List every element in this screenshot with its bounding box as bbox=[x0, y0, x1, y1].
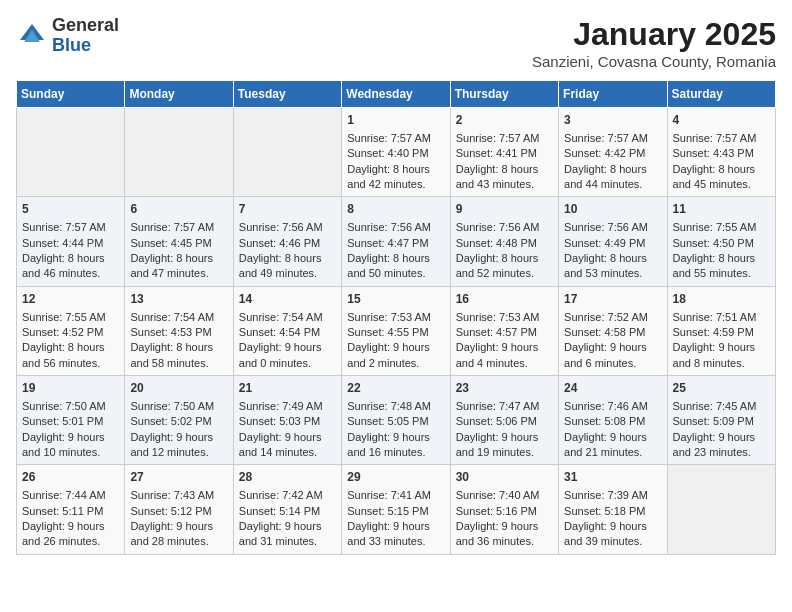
sunrise-text: Sunrise: 7:57 AM bbox=[456, 132, 540, 144]
sunset-text: Sunset: 4:58 PM bbox=[564, 326, 645, 338]
daylight-text: Daylight: 9 hours and 36 minutes. bbox=[456, 520, 539, 547]
calendar-week-1: 1Sunrise: 7:57 AMSunset: 4:40 PMDaylight… bbox=[17, 108, 776, 197]
calendar-cell: 12Sunrise: 7:55 AMSunset: 4:52 PMDayligh… bbox=[17, 286, 125, 375]
day-number: 11 bbox=[673, 201, 770, 218]
logo-blue: Blue bbox=[52, 36, 119, 56]
weekday-sunday: Sunday bbox=[17, 81, 125, 108]
day-number: 28 bbox=[239, 469, 336, 486]
day-number: 6 bbox=[130, 201, 227, 218]
sunrise-text: Sunrise: 7:56 AM bbox=[347, 221, 431, 233]
sunset-text: Sunset: 5:06 PM bbox=[456, 415, 537, 427]
daylight-text: Daylight: 9 hours and 6 minutes. bbox=[564, 341, 647, 368]
calendar-cell: 20Sunrise: 7:50 AMSunset: 5:02 PMDayligh… bbox=[125, 376, 233, 465]
daylight-text: Daylight: 9 hours and 28 minutes. bbox=[130, 520, 213, 547]
daylight-text: Daylight: 8 hours and 50 minutes. bbox=[347, 252, 430, 279]
sunset-text: Sunset: 4:43 PM bbox=[673, 147, 754, 159]
day-number: 9 bbox=[456, 201, 553, 218]
sunset-text: Sunset: 5:14 PM bbox=[239, 505, 320, 517]
daylight-text: Daylight: 9 hours and 19 minutes. bbox=[456, 431, 539, 458]
sunrise-text: Sunrise: 7:57 AM bbox=[673, 132, 757, 144]
sunrise-text: Sunrise: 7:43 AM bbox=[130, 489, 214, 501]
sunrise-text: Sunrise: 7:56 AM bbox=[564, 221, 648, 233]
daylight-text: Daylight: 9 hours and 0 minutes. bbox=[239, 341, 322, 368]
sunrise-text: Sunrise: 7:54 AM bbox=[130, 311, 214, 323]
weekday-tuesday: Tuesday bbox=[233, 81, 341, 108]
calendar-cell: 9Sunrise: 7:56 AMSunset: 4:48 PMDaylight… bbox=[450, 197, 558, 286]
calendar-cell bbox=[667, 465, 775, 554]
daylight-text: Daylight: 8 hours and 53 minutes. bbox=[564, 252, 647, 279]
daylight-text: Daylight: 8 hours and 56 minutes. bbox=[22, 341, 105, 368]
weekday-monday: Monday bbox=[125, 81, 233, 108]
sunrise-text: Sunrise: 7:40 AM bbox=[456, 489, 540, 501]
day-number: 19 bbox=[22, 380, 119, 397]
calendar-week-5: 26Sunrise: 7:44 AMSunset: 5:11 PMDayligh… bbox=[17, 465, 776, 554]
sunrise-text: Sunrise: 7:48 AM bbox=[347, 400, 431, 412]
daylight-text: Daylight: 9 hours and 16 minutes. bbox=[347, 431, 430, 458]
daylight-text: Daylight: 9 hours and 21 minutes. bbox=[564, 431, 647, 458]
sunrise-text: Sunrise: 7:44 AM bbox=[22, 489, 106, 501]
daylight-text: Daylight: 9 hours and 2 minutes. bbox=[347, 341, 430, 368]
sunset-text: Sunset: 5:18 PM bbox=[564, 505, 645, 517]
calendar-cell bbox=[233, 108, 341, 197]
daylight-text: Daylight: 8 hours and 47 minutes. bbox=[130, 252, 213, 279]
sunset-text: Sunset: 5:02 PM bbox=[130, 415, 211, 427]
day-number: 7 bbox=[239, 201, 336, 218]
sunset-text: Sunset: 5:01 PM bbox=[22, 415, 103, 427]
calendar-cell: 8Sunrise: 7:56 AMSunset: 4:47 PMDaylight… bbox=[342, 197, 450, 286]
calendar-cell: 11Sunrise: 7:55 AMSunset: 4:50 PMDayligh… bbox=[667, 197, 775, 286]
calendar-cell: 26Sunrise: 7:44 AMSunset: 5:11 PMDayligh… bbox=[17, 465, 125, 554]
day-number: 23 bbox=[456, 380, 553, 397]
day-number: 12 bbox=[22, 291, 119, 308]
calendar-table: SundayMondayTuesdayWednesdayThursdayFrid… bbox=[16, 80, 776, 555]
day-number: 5 bbox=[22, 201, 119, 218]
sunset-text: Sunset: 4:44 PM bbox=[22, 237, 103, 249]
day-number: 22 bbox=[347, 380, 444, 397]
sunset-text: Sunset: 5:09 PM bbox=[673, 415, 754, 427]
sunrise-text: Sunrise: 7:57 AM bbox=[130, 221, 214, 233]
sunset-text: Sunset: 4:49 PM bbox=[564, 237, 645, 249]
calendar-cell: 27Sunrise: 7:43 AMSunset: 5:12 PMDayligh… bbox=[125, 465, 233, 554]
calendar-cell: 14Sunrise: 7:54 AMSunset: 4:54 PMDayligh… bbox=[233, 286, 341, 375]
sunset-text: Sunset: 5:03 PM bbox=[239, 415, 320, 427]
day-number: 3 bbox=[564, 112, 661, 129]
calendar-cell: 10Sunrise: 7:56 AMSunset: 4:49 PMDayligh… bbox=[559, 197, 667, 286]
calendar-cell: 3Sunrise: 7:57 AMSunset: 4:42 PMDaylight… bbox=[559, 108, 667, 197]
calendar-week-2: 5Sunrise: 7:57 AMSunset: 4:44 PMDaylight… bbox=[17, 197, 776, 286]
calendar-cell: 18Sunrise: 7:51 AMSunset: 4:59 PMDayligh… bbox=[667, 286, 775, 375]
sunset-text: Sunset: 4:55 PM bbox=[347, 326, 428, 338]
day-number: 24 bbox=[564, 380, 661, 397]
sunset-text: Sunset: 5:12 PM bbox=[130, 505, 211, 517]
calendar-cell: 29Sunrise: 7:41 AMSunset: 5:15 PMDayligh… bbox=[342, 465, 450, 554]
sunrise-text: Sunrise: 7:42 AM bbox=[239, 489, 323, 501]
sunset-text: Sunset: 4:50 PM bbox=[673, 237, 754, 249]
daylight-text: Daylight: 9 hours and 31 minutes. bbox=[239, 520, 322, 547]
daylight-text: Daylight: 8 hours and 58 minutes. bbox=[130, 341, 213, 368]
daylight-text: Daylight: 8 hours and 43 minutes. bbox=[456, 163, 539, 190]
calendar-cell: 6Sunrise: 7:57 AMSunset: 4:45 PMDaylight… bbox=[125, 197, 233, 286]
calendar-cell: 16Sunrise: 7:53 AMSunset: 4:57 PMDayligh… bbox=[450, 286, 558, 375]
calendar-cell: 1Sunrise: 7:57 AMSunset: 4:40 PMDaylight… bbox=[342, 108, 450, 197]
daylight-text: Daylight: 9 hours and 4 minutes. bbox=[456, 341, 539, 368]
day-number: 26 bbox=[22, 469, 119, 486]
logo-general: General bbox=[52, 16, 119, 36]
day-number: 21 bbox=[239, 380, 336, 397]
day-number: 18 bbox=[673, 291, 770, 308]
sunset-text: Sunset: 4:48 PM bbox=[456, 237, 537, 249]
sunset-text: Sunset: 4:54 PM bbox=[239, 326, 320, 338]
calendar-cell: 2Sunrise: 7:57 AMSunset: 4:41 PMDaylight… bbox=[450, 108, 558, 197]
calendar-cell: 25Sunrise: 7:45 AMSunset: 5:09 PMDayligh… bbox=[667, 376, 775, 465]
sunrise-text: Sunrise: 7:51 AM bbox=[673, 311, 757, 323]
calendar-cell: 30Sunrise: 7:40 AMSunset: 5:16 PMDayligh… bbox=[450, 465, 558, 554]
sunset-text: Sunset: 5:15 PM bbox=[347, 505, 428, 517]
sunrise-text: Sunrise: 7:39 AM bbox=[564, 489, 648, 501]
daylight-text: Daylight: 9 hours and 8 minutes. bbox=[673, 341, 756, 368]
daylight-text: Daylight: 9 hours and 10 minutes. bbox=[22, 431, 105, 458]
sunset-text: Sunset: 4:59 PM bbox=[673, 326, 754, 338]
sunrise-text: Sunrise: 7:46 AM bbox=[564, 400, 648, 412]
sunrise-text: Sunrise: 7:41 AM bbox=[347, 489, 431, 501]
title-block: January 2025 Sanzieni, Covasna County, R… bbox=[532, 16, 776, 70]
calendar-cell: 4Sunrise: 7:57 AMSunset: 4:43 PMDaylight… bbox=[667, 108, 775, 197]
weekday-wednesday: Wednesday bbox=[342, 81, 450, 108]
calendar-subtitle: Sanzieni, Covasna County, Romania bbox=[532, 53, 776, 70]
daylight-text: Daylight: 9 hours and 33 minutes. bbox=[347, 520, 430, 547]
